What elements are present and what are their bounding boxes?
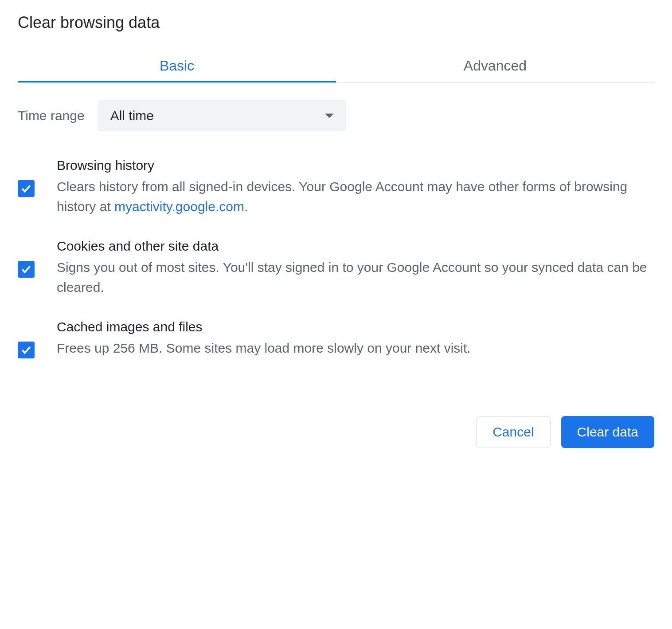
check-icon [20, 263, 32, 275]
time-range-label: Time range [18, 108, 85, 123]
option-description: Clears history from all signed-in device… [57, 177, 654, 216]
myactivity-link[interactable]: myactivity.google.com [114, 199, 244, 214]
checkbox-cache[interactable] [18, 342, 35, 358]
time-range-value: All time [110, 108, 154, 123]
tabs: Basic Advanced [18, 50, 654, 83]
dialog-actions: Cancel Clear data [18, 416, 654, 448]
option-browsing-history: Browsing history Clears history from all… [18, 158, 654, 216]
option-cache: Cached images and files Frees up 256 MB.… [18, 319, 654, 358]
tab-basic[interactable]: Basic [18, 50, 336, 82]
dialog-title: Clear browsing data [18, 13, 654, 32]
option-title: Cookies and other site data [57, 239, 654, 254]
checkbox-browsing-history[interactable] [18, 180, 35, 197]
option-title: Browsing history [57, 158, 654, 173]
option-title: Cached images and files [57, 319, 654, 334]
clear-data-button[interactable]: Clear data [561, 416, 654, 448]
check-icon [20, 344, 32, 356]
option-content: Cookies and other site data Signs you ou… [57, 239, 654, 297]
time-range-row: Time range All time [18, 100, 654, 131]
clear-browsing-data-dialog: Clear browsing data Basic Advanced Time … [18, 13, 654, 448]
time-range-select[interactable]: All time [98, 100, 346, 131]
option-description: Signs you out of most sites. You'll stay… [57, 257, 654, 297]
options-list: Browsing history Clears history from all… [18, 158, 654, 358]
chevron-down-icon [325, 114, 334, 118]
option-description: Frees up 256 MB. Some sites may load mor… [57, 338, 654, 358]
tab-advanced[interactable]: Advanced [336, 50, 654, 82]
cancel-button[interactable]: Cancel [476, 416, 550, 448]
checkbox-cookies[interactable] [18, 261, 35, 278]
option-content: Browsing history Clears history from all… [57, 158, 654, 216]
option-content: Cached images and files Frees up 256 MB.… [57, 319, 654, 358]
option-cookies: Cookies and other site data Signs you ou… [18, 239, 654, 297]
check-icon [20, 183, 32, 194]
